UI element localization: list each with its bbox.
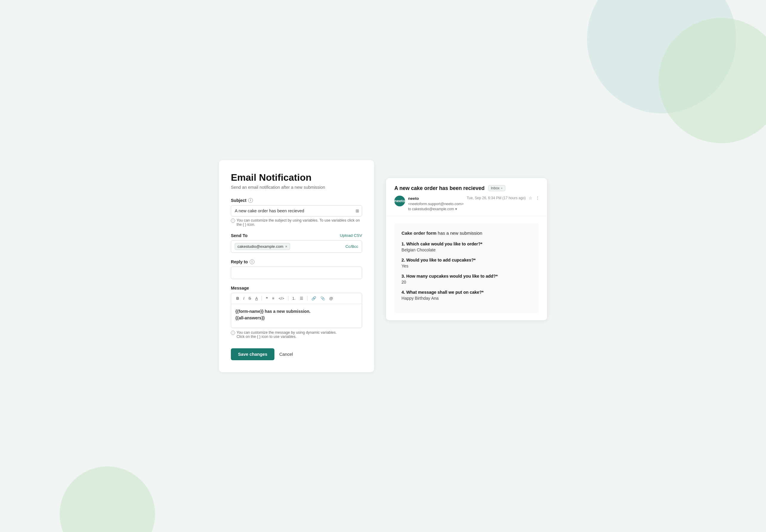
var-form-name: {{form-name}} has a new submission. xyxy=(235,309,311,314)
body-intro: Cake order form has a new submission xyxy=(401,231,532,236)
email-body: Cake order form has a new submission 1. … xyxy=(386,216,547,320)
send-to-header: Send To Upload CSV xyxy=(231,233,362,238)
dropdown-arrow[interactable]: ▾ xyxy=(455,207,457,211)
toolbar-attach[interactable]: 📎 xyxy=(319,296,327,301)
upload-csv-link[interactable]: Upload CSV xyxy=(340,233,362,238)
email-meta-details: neeto <neetoform.support@neeto.com> to c… xyxy=(408,196,464,211)
email-tags-input[interactable]: cakestudio@example.com × Cc/Bcc xyxy=(231,240,362,253)
message-label: Message xyxy=(231,286,362,290)
email-header: A new cake order has been recieved Inbox… xyxy=(386,178,547,216)
hint-icon: i xyxy=(231,219,235,223)
message-editor: B I S A ❝ ≡ </> 1. ☰ 🔗 📎 @ xyxy=(231,293,362,328)
star-button[interactable]: ☆ xyxy=(529,196,532,200)
subject-hint: i You can customize the subject by using… xyxy=(231,218,362,227)
message-section: Message B I S A ❝ ≡ </> 1. ☰ 🔗 📎 xyxy=(231,286,362,339)
email-preview-panel: A new cake order has been recieved Inbox… xyxy=(386,160,547,372)
subject-label: Subject i xyxy=(231,198,362,203)
main-container: Email Notification Send an email notific… xyxy=(219,160,547,372)
tag-remove-btn[interactable]: × xyxy=(285,245,287,248)
send-to-label: Send To xyxy=(231,233,248,238)
qa-answer: Yes xyxy=(401,264,532,268)
qa-question: 2. Would you like to add cupcakes?* xyxy=(401,258,532,262)
toolbar-quote[interactable]: ❝ xyxy=(264,296,269,301)
reply-to-input[interactable] xyxy=(231,267,362,279)
subject-input[interactable] xyxy=(231,205,362,216)
email-body-card: Cake order form has a new submission 1. … xyxy=(394,223,539,313)
toolbar-unordered-list[interactable]: ☰ xyxy=(298,296,305,301)
reply-to-section: Reply to i xyxy=(231,259,362,279)
cancel-button[interactable]: Cancel xyxy=(279,352,293,357)
toolbar-list[interactable]: ≡ xyxy=(271,296,276,301)
form-actions: Save changes Cancel xyxy=(231,348,362,360)
email-to: to cakestudio@example.com ▾ xyxy=(408,207,464,211)
editor-content[interactable]: {{form-name}} has a new submission. {{al… xyxy=(231,304,362,328)
qa-answer: Belgian Chocolate xyxy=(401,248,532,252)
cc-bcc-button[interactable]: Cc/Bcc xyxy=(345,244,358,249)
qa-question: 4. What message shall we put on cake?* xyxy=(401,290,532,295)
toolbar-divider-1 xyxy=(262,296,262,301)
reply-to-info-icon[interactable]: i xyxy=(250,259,254,264)
message-hint: i You can customize the message by using… xyxy=(231,330,362,339)
inbox-badge: Inbox × xyxy=(488,185,506,191)
email-notification-form: Email Notification Send an email notific… xyxy=(219,160,374,372)
toolbar-mention[interactable]: @ xyxy=(328,296,335,301)
qa-item: 3. How many cupcakes would you like to a… xyxy=(401,274,532,284)
toolbar-bold[interactable]: B xyxy=(235,296,240,301)
qa-answer: 20 xyxy=(401,280,532,284)
subject-section: Subject i ⊞ i You can customize the subj… xyxy=(231,198,362,227)
subject-info-icon[interactable]: i xyxy=(248,198,253,203)
more-options-button[interactable]: ⋮ xyxy=(535,196,540,200)
sender-name: neeto xyxy=(408,196,419,201)
qa-item: 2. Would you like to add cupcakes?* Yes xyxy=(401,258,532,268)
toolbar-ordered-list[interactable]: 1. xyxy=(291,296,297,301)
qa-question: 3. How many cupcakes would you like to a… xyxy=(401,274,532,279)
qa-answer: Happy Birthday Ana xyxy=(401,296,532,301)
email-meta: neeto neeto <neetoform.support@neeto.com… xyxy=(394,196,539,211)
toolbar-strike[interactable]: S xyxy=(247,296,253,301)
qa-item: 4. What message shall we put on cake?* H… xyxy=(401,290,532,301)
email-tag: cakestudio@example.com × xyxy=(235,243,290,250)
message-hint-icon: i xyxy=(231,331,235,335)
toolbar-italic[interactable]: I xyxy=(242,296,246,301)
page-title: Email Notification xyxy=(231,172,362,183)
email-preview-card: A new cake order has been recieved Inbox… xyxy=(386,178,547,320)
save-button[interactable]: Save changes xyxy=(231,348,274,360)
reply-to-label: Reply to i xyxy=(231,259,362,264)
bg-circle-3 xyxy=(60,466,155,532)
email-timestamp: Tue, Sep 26, 6:34 PM (17 hours ago) xyxy=(467,196,526,200)
toolbar-link[interactable]: 🔗 xyxy=(310,296,318,301)
qa-item: 1. Which cake would you like to order?* … xyxy=(401,242,532,252)
email-timestamp-actions: Tue, Sep 26, 6:34 PM (17 hours ago) ☆ ⋮ xyxy=(467,196,539,200)
qa-list: 1. Which cake would you like to order?* … xyxy=(401,242,532,301)
qa-question: 1. Which cake would you like to order?* xyxy=(401,242,532,246)
sender-avatar: neeto xyxy=(394,196,405,206)
page-subtitle: Send an email notification after a new s… xyxy=(231,185,362,190)
inbox-badge-close[interactable]: × xyxy=(501,186,503,190)
toolbar-divider-2 xyxy=(288,296,288,301)
email-subject-line: A new cake order has been recieved Inbox… xyxy=(394,185,539,191)
send-to-section: Send To Upload CSV cakestudio@example.co… xyxy=(231,233,362,253)
subject-input-wrapper: ⊞ xyxy=(231,205,362,216)
sender-email: <neetoform.support@neeto.com> xyxy=(408,202,464,206)
var-all-answers: {{all-answers}} xyxy=(235,316,265,320)
editor-toolbar: B I S A ❝ ≡ </> 1. ☰ 🔗 📎 @ xyxy=(231,293,362,304)
email-subject-text: A new cake order has been recieved xyxy=(394,185,485,191)
toolbar-code[interactable]: </> xyxy=(277,296,286,301)
toolbar-divider-3 xyxy=(307,296,308,301)
toolbar-underline[interactable]: A xyxy=(254,296,260,301)
subject-variable-btn[interactable]: ⊞ xyxy=(356,208,359,213)
